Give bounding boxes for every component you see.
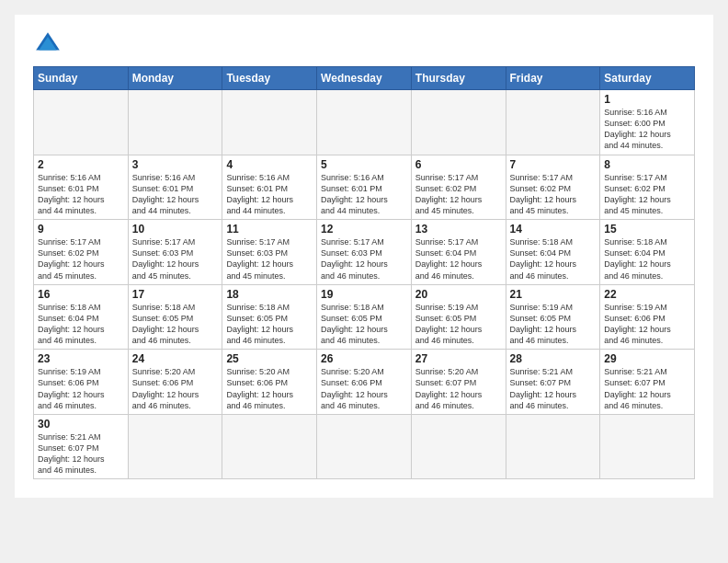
day-cell: 10Sunrise: 5:17 AMSunset: 6:03 PMDayligh… bbox=[128, 220, 222, 285]
day-cell: 14Sunrise: 5:18 AMSunset: 6:04 PMDayligh… bbox=[506, 220, 600, 285]
day-cell: 18Sunrise: 5:18 AMSunset: 6:05 PMDayligh… bbox=[222, 284, 317, 350]
day-cell: 9Sunrise: 5:17 AMSunset: 6:02 PMDaylight… bbox=[34, 220, 129, 285]
day-info: Sunrise: 5:19 AMSunset: 6:05 PMDaylight:… bbox=[415, 302, 502, 347]
day-number: 6 bbox=[415, 158, 502, 171]
day-info: Sunrise: 5:18 AMSunset: 6:04 PMDaylight:… bbox=[38, 302, 124, 347]
calendar-table: SundayMondayTuesdayWednesdayThursdayFrid… bbox=[33, 66, 695, 479]
day-number: 25 bbox=[226, 352, 313, 365]
day-number: 11 bbox=[226, 223, 313, 236]
page: SundayMondayTuesdayWednesdayThursdayFrid… bbox=[15, 15, 713, 498]
day-cell: 21Sunrise: 5:19 AMSunset: 6:05 PMDayligh… bbox=[506, 284, 600, 350]
day-number: 4 bbox=[226, 158, 313, 171]
logo-icon bbox=[33, 29, 63, 59]
day-info: Sunrise: 5:19 AMSunset: 6:06 PMDaylight:… bbox=[604, 302, 690, 347]
week-row-5: 30Sunrise: 5:21 AMSunset: 6:07 PMDayligh… bbox=[34, 414, 695, 479]
day-info: Sunrise: 5:18 AMSunset: 6:04 PMDaylight:… bbox=[510, 236, 597, 282]
day-number: 30 bbox=[38, 418, 124, 431]
day-number: 29 bbox=[604, 352, 690, 365]
day-cell: 6Sunrise: 5:17 AMSunset: 6:02 PMDaylight… bbox=[411, 155, 506, 220]
col-header-monday: Monday bbox=[128, 67, 222, 90]
day-cell: 2Sunrise: 5:16 AMSunset: 6:01 PMDaylight… bbox=[34, 155, 129, 220]
day-number: 18 bbox=[226, 288, 313, 301]
day-number: 28 bbox=[510, 352, 597, 365]
day-cell: 11Sunrise: 5:17 AMSunset: 6:03 PMDayligh… bbox=[222, 220, 317, 285]
logo bbox=[33, 29, 66, 59]
day-number: 10 bbox=[132, 223, 219, 236]
week-row-2: 9Sunrise: 5:17 AMSunset: 6:02 PMDaylight… bbox=[34, 220, 695, 285]
week-row-1: 2Sunrise: 5:16 AMSunset: 6:01 PMDaylight… bbox=[34, 155, 695, 220]
day-number: 22 bbox=[604, 288, 690, 301]
day-info: Sunrise: 5:17 AMSunset: 6:03 PMDaylight:… bbox=[132, 236, 219, 282]
day-cell: 23Sunrise: 5:19 AMSunset: 6:06 PMDayligh… bbox=[34, 350, 129, 415]
day-cell bbox=[506, 90, 600, 155]
col-header-wednesday: Wednesday bbox=[317, 67, 412, 90]
day-info: Sunrise: 5:19 AMSunset: 6:06 PMDaylight:… bbox=[38, 366, 124, 411]
day-info: Sunrise: 5:17 AMSunset: 6:03 PMDaylight:… bbox=[321, 236, 407, 282]
day-info: Sunrise: 5:17 AMSunset: 6:02 PMDaylight:… bbox=[415, 172, 502, 217]
day-cell: 30Sunrise: 5:21 AMSunset: 6:07 PMDayligh… bbox=[34, 414, 129, 479]
day-number: 8 bbox=[604, 158, 690, 171]
day-cell bbox=[411, 90, 506, 155]
day-number: 23 bbox=[38, 352, 124, 365]
col-header-tuesday: Tuesday bbox=[222, 67, 317, 90]
day-number: 9 bbox=[38, 223, 124, 236]
day-number: 19 bbox=[321, 288, 407, 301]
day-cell: 4Sunrise: 5:16 AMSunset: 6:01 PMDaylight… bbox=[222, 155, 317, 220]
day-cell: 16Sunrise: 5:18 AMSunset: 6:04 PMDayligh… bbox=[34, 284, 129, 350]
day-cell: 7Sunrise: 5:17 AMSunset: 6:02 PMDaylight… bbox=[506, 155, 600, 220]
day-number: 15 bbox=[604, 223, 690, 236]
day-cell bbox=[600, 414, 695, 479]
day-number: 16 bbox=[38, 288, 124, 301]
day-info: Sunrise: 5:16 AMSunset: 6:01 PMDaylight:… bbox=[132, 172, 219, 217]
day-number: 12 bbox=[321, 223, 407, 236]
col-header-thursday: Thursday bbox=[411, 67, 506, 90]
day-number: 5 bbox=[321, 158, 407, 171]
day-info: Sunrise: 5:18 AMSunset: 6:04 PMDaylight:… bbox=[604, 236, 690, 282]
day-cell: 17Sunrise: 5:18 AMSunset: 6:05 PMDayligh… bbox=[128, 284, 222, 350]
day-cell: 1Sunrise: 5:16 AMSunset: 6:00 PMDaylight… bbox=[600, 90, 695, 155]
day-info: Sunrise: 5:21 AMSunset: 6:07 PMDaylight:… bbox=[38, 431, 124, 477]
day-cell: 26Sunrise: 5:20 AMSunset: 6:06 PMDayligh… bbox=[317, 350, 412, 415]
day-number: 26 bbox=[321, 352, 407, 365]
day-number: 17 bbox=[132, 288, 219, 301]
day-cell bbox=[222, 90, 317, 155]
day-number: 21 bbox=[510, 288, 597, 301]
day-info: Sunrise: 5:19 AMSunset: 6:05 PMDaylight:… bbox=[510, 302, 597, 347]
day-number: 27 bbox=[415, 352, 502, 365]
day-info: Sunrise: 5:20 AMSunset: 6:06 PMDaylight:… bbox=[321, 366, 407, 411]
day-number: 24 bbox=[132, 352, 219, 365]
day-info: Sunrise: 5:17 AMSunset: 6:02 PMDaylight:… bbox=[604, 172, 690, 217]
day-info: Sunrise: 5:20 AMSunset: 6:07 PMDaylight:… bbox=[415, 366, 502, 411]
day-info: Sunrise: 5:20 AMSunset: 6:06 PMDaylight:… bbox=[132, 366, 219, 411]
header-row: SundayMondayTuesdayWednesdayThursdayFrid… bbox=[34, 67, 695, 90]
day-cell: 19Sunrise: 5:18 AMSunset: 6:05 PMDayligh… bbox=[317, 284, 412, 350]
day-cell: 24Sunrise: 5:20 AMSunset: 6:06 PMDayligh… bbox=[128, 350, 222, 415]
day-cell: 25Sunrise: 5:20 AMSunset: 6:06 PMDayligh… bbox=[222, 350, 317, 415]
col-header-saturday: Saturday bbox=[600, 67, 695, 90]
day-cell: 20Sunrise: 5:19 AMSunset: 6:05 PMDayligh… bbox=[411, 284, 506, 350]
col-header-sunday: Sunday bbox=[34, 67, 129, 90]
day-cell: 8Sunrise: 5:17 AMSunset: 6:02 PMDaylight… bbox=[600, 155, 695, 220]
day-cell bbox=[34, 90, 129, 155]
day-number: 20 bbox=[415, 288, 502, 301]
day-cell bbox=[411, 414, 506, 479]
header bbox=[33, 29, 695, 59]
day-cell: 28Sunrise: 5:21 AMSunset: 6:07 PMDayligh… bbox=[506, 350, 600, 415]
day-cell: 15Sunrise: 5:18 AMSunset: 6:04 PMDayligh… bbox=[600, 220, 695, 285]
day-info: Sunrise: 5:16 AMSunset: 6:01 PMDaylight:… bbox=[226, 172, 313, 217]
day-info: Sunrise: 5:21 AMSunset: 6:07 PMDaylight:… bbox=[604, 366, 690, 411]
week-row-3: 16Sunrise: 5:18 AMSunset: 6:04 PMDayligh… bbox=[34, 284, 695, 350]
day-number: 3 bbox=[132, 158, 219, 171]
day-info: Sunrise: 5:18 AMSunset: 6:05 PMDaylight:… bbox=[132, 302, 219, 347]
day-cell: 12Sunrise: 5:17 AMSunset: 6:03 PMDayligh… bbox=[317, 220, 412, 285]
day-cell bbox=[317, 414, 412, 479]
day-cell: 3Sunrise: 5:16 AMSunset: 6:01 PMDaylight… bbox=[128, 155, 222, 220]
day-info: Sunrise: 5:17 AMSunset: 6:02 PMDaylight:… bbox=[38, 236, 124, 282]
day-info: Sunrise: 5:20 AMSunset: 6:06 PMDaylight:… bbox=[226, 366, 313, 411]
day-cell bbox=[128, 414, 222, 479]
day-cell bbox=[222, 414, 317, 479]
day-info: Sunrise: 5:17 AMSunset: 6:04 PMDaylight:… bbox=[415, 236, 502, 282]
day-cell: 13Sunrise: 5:17 AMSunset: 6:04 PMDayligh… bbox=[411, 220, 506, 285]
day-number: 1 bbox=[604, 93, 690, 106]
day-number: 14 bbox=[510, 223, 597, 236]
